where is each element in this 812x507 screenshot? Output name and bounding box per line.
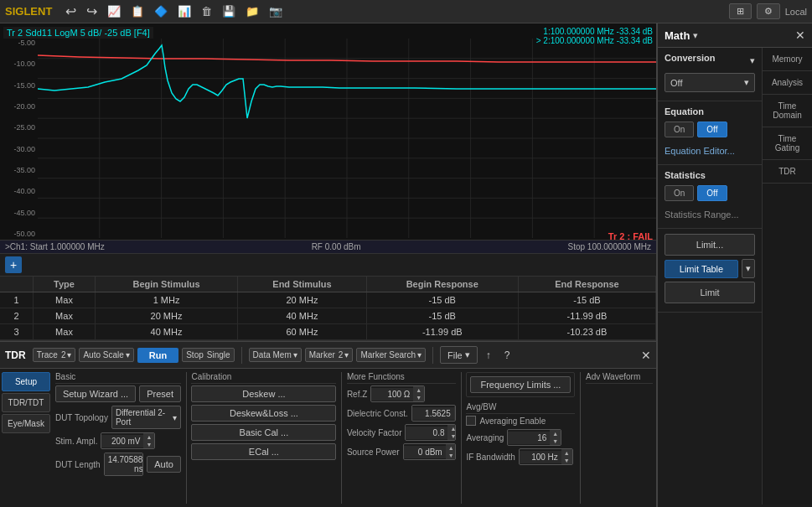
source-power-up[interactable]: ▲ [446, 444, 456, 452]
stim-ampl-up[interactable]: ▲ [143, 433, 154, 441]
ref-z-input[interactable]: 100 Ω ▲ ▼ [370, 385, 425, 402]
help-button[interactable]: ? [499, 348, 515, 363]
tab-time-gating[interactable]: Time Gating [763, 127, 812, 160]
velocity-input[interactable]: 0.8 ▲ ▼ [405, 424, 455, 441]
if-bandwidth-label: IF Bandwidth [466, 453, 515, 462]
network-button[interactable]: ⚙ [757, 3, 780, 19]
velocity-up[interactable]: ▲ [447, 425, 455, 432]
sidebar-item-eye-mask[interactable]: Eye/Mask [2, 414, 50, 433]
auto-scale-dropdown[interactable]: Auto Scale ▾ [79, 348, 133, 362]
tdr-main-content: Basic Setup Wizard ... Preset DUT Topolo… [52, 369, 656, 507]
basic-cal-button[interactable]: Basic Cal ... [191, 424, 336, 441]
row-type: Max [34, 292, 96, 308]
dielectric-down[interactable]: ▼ [454, 413, 456, 421]
conversion-off-button[interactable]: Off ▾ [665, 73, 755, 92]
table-row[interactable]: 3 Max 40 MHz 60 MHz -11.99 dB -10.23 dB [0, 324, 656, 340]
if-bandwidth-input[interactable]: 100 Hz ▲ ▼ [519, 448, 573, 465]
stop-dropdown[interactable]: Stop Single [182, 348, 234, 362]
averaging-down[interactable]: ▼ [550, 437, 561, 445]
stim-ampl-down[interactable]: ▼ [143, 441, 154, 448]
grid-view-button[interactable]: ⊞ [729, 3, 752, 19]
tab-time-domain[interactable]: Time Domain [763, 95, 812, 127]
dielectric-up[interactable]: ▲ [454, 406, 456, 413]
if-bandwidth-up[interactable]: ▲ [561, 449, 572, 457]
file-button[interactable]: File ▾ [440, 346, 478, 364]
tdr-panel: TDR Trace 2 ▾ Auto Scale ▾ Run Stop Sing… [0, 341, 656, 507]
separator-2 [341, 372, 342, 504]
source-power-input[interactable]: 0 dBm ▲ ▼ [403, 443, 456, 460]
ref-z-down[interactable]: ▼ [413, 394, 424, 401]
dut-length-input[interactable]: 14.705882 ns ▲ ▼ [104, 453, 144, 476]
ecal-button[interactable]: ECal ... [191, 443, 336, 460]
auto-button[interactable]: Auto [147, 456, 181, 473]
source-power-down[interactable]: ▼ [446, 452, 456, 459]
math-header: Math ▾ ✕ [658, 23, 812, 48]
marker-search-chevron: ▾ [417, 350, 422, 360]
dut-length-label: DUT Length [55, 460, 101, 469]
measure-icon-button[interactable]: 📋 [127, 3, 147, 19]
row-end-resp: -15 dB [518, 292, 655, 308]
tab-memory[interactable]: Memory [763, 48, 812, 71]
if-bandwidth-val: 100 Hz [520, 451, 561, 463]
equation-editor-button[interactable]: Equation Editor... [665, 142, 735, 159]
conversion-off-label: Off [670, 78, 682, 88]
table-row[interactable]: 1 Max 1 MHz 20 MHz -15 dB -15 dB [0, 292, 656, 308]
deskew-button[interactable]: Deskew ... [191, 385, 336, 402]
freq-limits-button[interactable]: Frequency Limits ... [470, 376, 571, 393]
deskew-loss-button[interactable]: Deskew&Loss ... [191, 405, 336, 422]
averaging-input[interactable]: 16 ▲ ▼ [507, 429, 561, 446]
statistics-on-button[interactable]: On [665, 185, 694, 201]
tdr-close-button[interactable]: ✕ [641, 349, 651, 362]
marker-search-dropdown[interactable]: Marker Search ▾ [356, 348, 426, 362]
limit-label-button[interactable]: Limit [665, 282, 755, 303]
delete-icon-button[interactable]: 🗑 [198, 3, 215, 19]
sidebar-item-tdr-tdt[interactable]: TDR/TDT [2, 393, 50, 412]
math-dropdown-icon: ▾ [693, 30, 698, 41]
limit-table-dropdown[interactable]: ▾ [742, 259, 755, 278]
velocity-down[interactable]: ▼ [447, 432, 455, 440]
statistics-off-button[interactable]: Off [697, 185, 727, 201]
preset-button[interactable]: Preset [139, 385, 181, 402]
limit-button[interactable]: Limit... [665, 234, 755, 256]
marker-icon-button[interactable]: 🔷 [151, 3, 171, 19]
undo-button[interactable]: ↩ [62, 2, 80, 21]
math-panel: Math ▾ ✕ Conversion ▾ Off ▾ [657, 23, 812, 507]
row-end-resp: -10.23 dB [518, 324, 655, 340]
ref-z-up[interactable]: ▲ [413, 386, 424, 394]
limit-table-button[interactable]: Limit Table [665, 260, 738, 278]
sidebar-item-setup[interactable]: Setup [2, 372, 50, 391]
upload-button[interactable]: ↑ [481, 348, 496, 363]
dut-topology-select[interactable]: Differential 2-Port ▾ [111, 406, 181, 429]
analysis-icon-button[interactable]: 📊 [174, 3, 194, 19]
tab-tdr[interactable]: TDR [763, 160, 812, 184]
table-row[interactable]: 2 Max 20 MHz 40 MHz -15 dB -11.99 dB [0, 308, 656, 324]
tab-analysis[interactable]: Analysis [763, 71, 812, 95]
add-marker-button[interactable]: + [5, 256, 22, 273]
trace-chevron: ▾ [67, 350, 71, 360]
save-icon-button[interactable]: 💾 [219, 3, 239, 19]
camera-icon-button[interactable]: 📷 [266, 3, 286, 19]
math-title: Math [665, 29, 690, 42]
averaging-up[interactable]: ▲ [550, 430, 561, 437]
source-power-row: Source Power 0 dBm ▲ ▼ [347, 443, 456, 460]
chart-footer: >Ch1: Start 1.000000 MHz RF 0.00 dBm Sto… [0, 240, 656, 253]
run-button[interactable]: Run [137, 348, 178, 363]
setup-preset-row: Setup Wizard ... Preset [55, 385, 181, 402]
stim-ampl-input[interactable]: 200 mV ▲ ▼ [101, 432, 155, 449]
tdr-content: Setup TDR/TDT Eye/Mask Basic Setup Wizar… [0, 369, 656, 507]
trace-dropdown[interactable]: Trace 2 ▾ [33, 348, 76, 362]
folder-icon-button[interactable]: 📁 [242, 3, 262, 19]
equation-off-button[interactable]: Off [697, 122, 727, 137]
if-bandwidth-down[interactable]: ▼ [561, 457, 572, 464]
marker-dropdown[interactable]: Marker 2 ▾ [305, 348, 354, 362]
equation-on-button[interactable]: On [665, 122, 694, 137]
setup-wizard-button[interactable]: Setup Wizard ... [55, 385, 136, 402]
data-mem-dropdown[interactable]: Data Mem ▾ [249, 348, 302, 362]
trace-icon-button[interactable]: 📈 [104, 3, 124, 19]
dielectric-input[interactable]: 1.5625 ▲ ▼ [411, 405, 456, 422]
math-main: Conversion ▾ Off ▾ Equation On Off Eq [658, 48, 762, 504]
redo-button[interactable]: ↪ [83, 2, 101, 21]
statistics-range-button[interactable]: Statistics Range... [665, 206, 739, 223]
averaging-enable-checkbox[interactable] [466, 416, 476, 426]
math-close-button[interactable]: ✕ [795, 28, 805, 42]
